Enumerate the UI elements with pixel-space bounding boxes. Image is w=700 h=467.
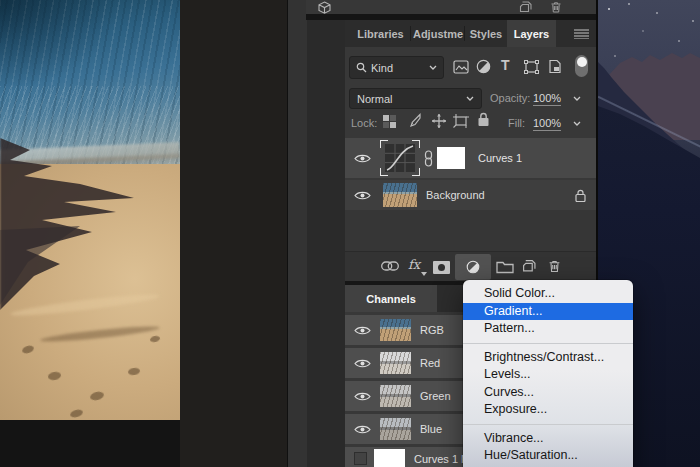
visibility-empty-box[interactable]	[354, 452, 367, 465]
layers-panel: Kind T Normal Opacity: 100% Lock:	[345, 47, 598, 281]
layer-lock-icon	[575, 189, 586, 202]
tab-libraries[interactable]: Libraries	[349, 20, 412, 47]
canvas-pasteboard	[180, 0, 287, 467]
visibility-eye-icon[interactable]	[354, 190, 371, 201]
lock-all-icon[interactable]	[477, 112, 490, 127]
menu-separator	[463, 343, 633, 344]
filter-toggle-knob	[577, 57, 587, 67]
layer-name[interactable]: Background	[426, 189, 485, 201]
channel-name: Blue	[420, 423, 442, 435]
panel-dock-margin	[307, 0, 345, 467]
panel-menu-icon[interactable]	[574, 29, 589, 39]
menu-item-exposure[interactable]: Exposure...	[463, 401, 633, 419]
channel-thumbnail	[380, 352, 411, 374]
link-layers-icon[interactable]	[381, 261, 399, 271]
filter-shape-layers-icon[interactable]	[524, 60, 539, 74]
beach-photo-canvas[interactable]	[0, 0, 180, 420]
channel-name: RGB	[420, 324, 444, 336]
menu-item-curves[interactable]: Curves...	[463, 384, 633, 402]
lock-transparency-icon[interactable]	[383, 115, 396, 128]
background-thumbnail[interactable]	[383, 183, 417, 207]
link-mask-icon	[424, 150, 433, 167]
filter-adjustment-layers-icon[interactable]	[476, 59, 491, 74]
new-layer-icon[interactable]	[522, 259, 536, 273]
channel-thumbnail	[374, 449, 405, 467]
channel-name: Red	[420, 357, 440, 369]
layer-name[interactable]: Curves 1	[478, 152, 522, 164]
wallpaper-stars	[608, 8, 610, 10]
delete-layer-trash-icon[interactable]	[548, 259, 561, 273]
fill-value[interactable]: 100%	[533, 117, 561, 131]
layers-empty-area	[345, 210, 598, 251]
add-mask-icon[interactable]	[433, 261, 450, 274]
panel-dock-strip	[287, 0, 308, 467]
menu-item-levels[interactable]: Levels...	[463, 366, 633, 384]
photo-water-shading	[0, 0, 120, 90]
layer-row-background[interactable]: Background	[345, 180, 598, 210]
photoshop-screen: Libraries Adjustme Styles Layers Kind T	[0, 0, 700, 467]
visibility-eye-icon[interactable]	[354, 358, 371, 369]
filter-pixel-layers-icon[interactable]	[453, 60, 469, 74]
lock-pixels-icon[interactable]	[407, 113, 422, 128]
tab-layers-label: Layers	[514, 28, 549, 40]
visibility-eye-icon[interactable]	[354, 391, 371, 402]
upper-panel-footer	[306, 0, 598, 14]
chevron-down-icon	[466, 96, 474, 101]
curves-thumbnail-selected[interactable]	[380, 140, 420, 176]
lock-artboard-icon[interactable]	[453, 114, 469, 128]
adjustment-circle-icon	[466, 260, 480, 274]
tab-adjustments[interactable]: Adjustme	[411, 20, 465, 47]
fill-chevron-icon[interactable]	[573, 121, 581, 126]
channel-thumbnail	[380, 418, 411, 440]
tab-styles-label: Styles	[470, 28, 502, 40]
filter-kind-dropdown[interactable]: Kind	[349, 56, 444, 79]
lock-position-icon[interactable]	[431, 113, 447, 129]
menu-item-solid-color[interactable]: Solid Color...	[463, 285, 633, 303]
tab-channels-label: Channels	[366, 293, 416, 305]
menu-item-gradient-highlighted[interactable]: Gradient...	[463, 303, 633, 321]
menu-item-brightness-contrast[interactable]: Brightness/Contrast...	[463, 349, 633, 367]
new-adjustment-layer-button-active[interactable]	[455, 254, 491, 280]
opacity-label: Opacity:	[490, 92, 530, 104]
adjustment-layer-menu: Solid Color... Gradient... Pattern... Br…	[463, 280, 633, 467]
menu-separator	[463, 424, 633, 425]
curves-icon	[385, 144, 415, 172]
filter-type-layers-icon[interactable]: T	[501, 57, 510, 73]
filter-smart-objects-icon[interactable]	[548, 59, 562, 74]
lock-label: Lock:	[351, 117, 377, 129]
new-layer-icon[interactable]	[519, 1, 532, 13]
tab-styles[interactable]: Styles	[465, 20, 507, 47]
visibility-eye-icon[interactable]	[354, 325, 371, 336]
trash-icon[interactable]	[550, 1, 562, 13]
visibility-eye-icon[interactable]	[354, 153, 371, 164]
channel-thumbnail	[380, 385, 411, 407]
opacity-value[interactable]: 100%	[533, 92, 561, 106]
layer-style-fx-icon[interactable]: fx	[408, 257, 420, 272]
menu-item-vibrance[interactable]: Vibrance...	[463, 430, 633, 448]
new-group-folder-icon[interactable]	[496, 260, 514, 274]
menu-item-hue-saturation[interactable]: Hue/Saturation...	[463, 447, 633, 465]
blend-mode-value: Normal	[357, 93, 392, 105]
filter-kind-label: Kind	[371, 62, 393, 74]
opacity-chevron-icon[interactable]	[573, 96, 581, 101]
layer-row-curves[interactable]: Curves 1	[345, 138, 598, 178]
layer-mask-thumbnail[interactable]	[437, 147, 465, 169]
3d-cube-icon[interactable]	[317, 1, 332, 14]
fx-flyout-arrow-icon	[421, 272, 427, 276]
layers-panel-footer: fx	[345, 251, 598, 282]
search-icon	[356, 62, 367, 73]
visibility-eye-icon[interactable]	[354, 424, 371, 435]
tab-channels[interactable]: Channels	[345, 285, 437, 312]
tab-adjustments-label: Adjustme	[413, 28, 463, 40]
fill-label: Fill:	[508, 117, 525, 129]
chevron-down-icon	[429, 65, 437, 70]
channel-thumbnail	[380, 319, 411, 341]
menu-item-pattern[interactable]: Pattern...	[463, 320, 633, 338]
channel-name: Green	[420, 390, 451, 402]
tab-layers[interactable]: Layers	[507, 20, 556, 47]
channel-name: Curves 1 M	[414, 453, 470, 465]
filter-toggle[interactable]	[575, 55, 588, 77]
layers-panel-tabbar: Libraries Adjustme Styles Layers	[345, 20, 598, 47]
canvas-pasteboard-bottom	[0, 420, 180, 467]
blend-mode-dropdown[interactable]: Normal	[349, 88, 482, 109]
